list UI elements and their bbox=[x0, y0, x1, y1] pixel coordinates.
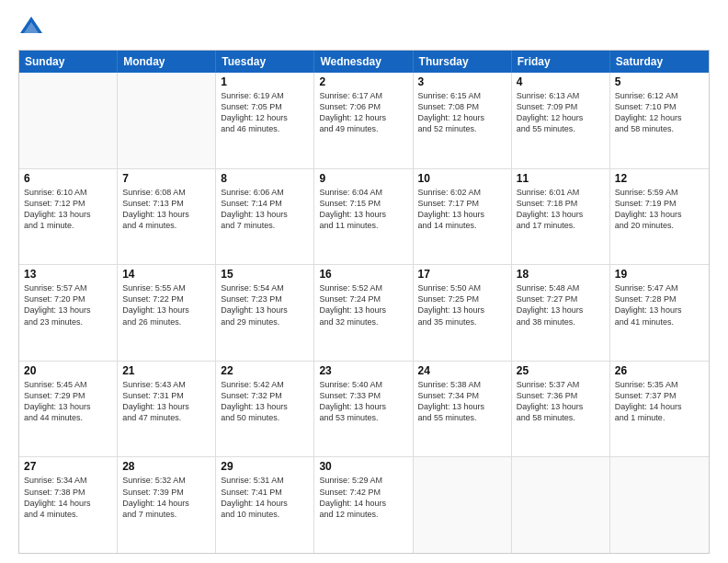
cell-details: Sunrise: 5:48 AM Sunset: 7:27 PM Dayligh… bbox=[517, 282, 605, 327]
cell-details: Sunrise: 6:12 AM Sunset: 7:10 PM Dayligh… bbox=[615, 90, 704, 135]
day-number: 29 bbox=[221, 460, 309, 473]
day-number: 11 bbox=[517, 172, 605, 185]
day-number: 1 bbox=[221, 75, 309, 88]
cell-details: Sunrise: 6:01 AM Sunset: 7:18 PM Dayligh… bbox=[517, 187, 605, 232]
day-number: 13 bbox=[24, 268, 112, 281]
day-number: 26 bbox=[615, 364, 704, 377]
calendar-cell: 1Sunrise: 6:19 AM Sunset: 7:05 PM Daylig… bbox=[216, 73, 314, 168]
calendar-cell: 29Sunrise: 5:31 AM Sunset: 7:41 PM Dayli… bbox=[216, 457, 314, 553]
calendar-cell: 20Sunrise: 5:45 AM Sunset: 7:29 PM Dayli… bbox=[19, 362, 118, 457]
page: SundayMondayTuesdayWednesdayThursdayFrid… bbox=[0, 0, 728, 563]
day-number: 5 bbox=[615, 75, 704, 88]
cell-details: Sunrise: 5:34 AM Sunset: 7:38 PM Dayligh… bbox=[24, 475, 112, 520]
calendar-cell: 11Sunrise: 6:01 AM Sunset: 7:18 PM Dayli… bbox=[512, 169, 610, 265]
cell-details: Sunrise: 6:15 AM Sunset: 7:08 PM Dayligh… bbox=[418, 90, 506, 135]
cell-details: Sunrise: 5:59 AM Sunset: 7:19 PM Dayligh… bbox=[615, 187, 704, 232]
cell-details: Sunrise: 5:43 AM Sunset: 7:31 PM Dayligh… bbox=[122, 379, 210, 424]
calendar-cell: 15Sunrise: 5:54 AM Sunset: 7:23 PM Dayli… bbox=[216, 265, 314, 361]
cell-details: Sunrise: 5:54 AM Sunset: 7:23 PM Dayligh… bbox=[221, 282, 309, 327]
calendar-cell: 4Sunrise: 6:13 AM Sunset: 7:09 PM Daylig… bbox=[512, 73, 610, 168]
logo bbox=[18, 15, 48, 40]
cell-details: Sunrise: 5:42 AM Sunset: 7:32 PM Dayligh… bbox=[221, 379, 309, 424]
calendar-cell: 12Sunrise: 5:59 AM Sunset: 7:19 PM Dayli… bbox=[610, 169, 709, 265]
calendar-cell: 26Sunrise: 5:35 AM Sunset: 7:37 PM Dayli… bbox=[610, 362, 709, 457]
calendar-cell: 9Sunrise: 6:04 AM Sunset: 7:15 PM Daylig… bbox=[314, 169, 413, 265]
calendar-cell: 21Sunrise: 5:43 AM Sunset: 7:31 PM Dayli… bbox=[118, 362, 216, 457]
calendar-cell: 8Sunrise: 6:06 AM Sunset: 7:14 PM Daylig… bbox=[216, 169, 314, 265]
calendar-cell bbox=[512, 457, 610, 553]
day-number: 17 bbox=[418, 268, 506, 281]
calendar-cell: 30Sunrise: 5:29 AM Sunset: 7:42 PM Dayli… bbox=[314, 457, 413, 553]
calendar-row: 1Sunrise: 6:19 AM Sunset: 7:05 PM Daylig… bbox=[19, 73, 709, 169]
day-number: 8 bbox=[221, 172, 309, 185]
day-number: 10 bbox=[418, 172, 506, 185]
cell-details: Sunrise: 5:52 AM Sunset: 7:24 PM Dayligh… bbox=[319, 282, 407, 327]
calendar-cell bbox=[19, 73, 118, 168]
cell-details: Sunrise: 5:45 AM Sunset: 7:29 PM Dayligh… bbox=[24, 379, 112, 424]
cell-details: Sunrise: 6:17 AM Sunset: 7:06 PM Dayligh… bbox=[319, 90, 407, 135]
calendar-cell bbox=[414, 457, 512, 553]
cell-details: Sunrise: 6:13 AM Sunset: 7:09 PM Dayligh… bbox=[517, 90, 605, 135]
day-number: 27 bbox=[24, 460, 112, 473]
cell-details: Sunrise: 5:29 AM Sunset: 7:42 PM Dayligh… bbox=[319, 475, 407, 520]
calendar-cell bbox=[118, 73, 216, 168]
calendar-header-cell: Wednesday bbox=[314, 51, 413, 73]
day-number: 22 bbox=[221, 364, 309, 377]
calendar-row: 27Sunrise: 5:34 AM Sunset: 7:38 PM Dayli… bbox=[19, 457, 709, 553]
day-number: 24 bbox=[418, 364, 506, 377]
calendar-cell: 17Sunrise: 5:50 AM Sunset: 7:25 PM Dayli… bbox=[414, 265, 512, 361]
cell-details: Sunrise: 5:50 AM Sunset: 7:25 PM Dayligh… bbox=[418, 282, 506, 327]
cell-details: Sunrise: 5:57 AM Sunset: 7:20 PM Dayligh… bbox=[24, 282, 112, 327]
calendar-body: 1Sunrise: 6:19 AM Sunset: 7:05 PM Daylig… bbox=[19, 73, 709, 553]
calendar-header: SundayMondayTuesdayWednesdayThursdayFrid… bbox=[19, 51, 709, 73]
day-number: 7 bbox=[122, 172, 210, 185]
calendar-header-cell: Thursday bbox=[414, 51, 512, 73]
calendar-cell: 23Sunrise: 5:40 AM Sunset: 7:33 PM Dayli… bbox=[314, 362, 413, 457]
day-number: 4 bbox=[517, 75, 605, 88]
cell-details: Sunrise: 5:37 AM Sunset: 7:36 PM Dayligh… bbox=[517, 379, 605, 424]
day-number: 14 bbox=[122, 268, 210, 281]
day-number: 19 bbox=[615, 268, 704, 281]
calendar-header-cell: Monday bbox=[118, 51, 216, 73]
cell-details: Sunrise: 6:19 AM Sunset: 7:05 PM Dayligh… bbox=[221, 90, 309, 135]
day-number: 16 bbox=[319, 268, 407, 281]
cell-details: Sunrise: 6:02 AM Sunset: 7:17 PM Dayligh… bbox=[418, 187, 506, 232]
calendar-cell: 19Sunrise: 5:47 AM Sunset: 7:28 PM Dayli… bbox=[610, 265, 709, 361]
day-number: 9 bbox=[319, 172, 407, 185]
calendar-cell: 22Sunrise: 5:42 AM Sunset: 7:32 PM Dayli… bbox=[216, 362, 314, 457]
cell-details: Sunrise: 6:04 AM Sunset: 7:15 PM Dayligh… bbox=[319, 187, 407, 232]
calendar-cell: 6Sunrise: 6:10 AM Sunset: 7:12 PM Daylig… bbox=[19, 169, 118, 265]
calendar-cell: 14Sunrise: 5:55 AM Sunset: 7:22 PM Dayli… bbox=[118, 265, 216, 361]
header bbox=[18, 15, 710, 40]
cell-details: Sunrise: 5:47 AM Sunset: 7:28 PM Dayligh… bbox=[615, 282, 704, 327]
day-number: 2 bbox=[319, 75, 407, 88]
calendar-cell: 27Sunrise: 5:34 AM Sunset: 7:38 PM Dayli… bbox=[19, 457, 118, 553]
calendar-cell: 24Sunrise: 5:38 AM Sunset: 7:34 PM Dayli… bbox=[414, 362, 512, 457]
calendar: SundayMondayTuesdayWednesdayThursdayFrid… bbox=[18, 50, 710, 554]
day-number: 12 bbox=[615, 172, 704, 185]
cell-details: Sunrise: 6:10 AM Sunset: 7:12 PM Dayligh… bbox=[24, 187, 112, 232]
cell-details: Sunrise: 5:38 AM Sunset: 7:34 PM Dayligh… bbox=[418, 379, 506, 424]
day-number: 6 bbox=[24, 172, 112, 185]
calendar-header-cell: Sunday bbox=[19, 51, 118, 73]
calendar-cell: 16Sunrise: 5:52 AM Sunset: 7:24 PM Dayli… bbox=[314, 265, 413, 361]
calendar-header-cell: Saturday bbox=[610, 51, 709, 73]
day-number: 3 bbox=[418, 75, 506, 88]
cell-details: Sunrise: 6:08 AM Sunset: 7:13 PM Dayligh… bbox=[122, 187, 210, 232]
day-number: 21 bbox=[122, 364, 210, 377]
calendar-row: 6Sunrise: 6:10 AM Sunset: 7:12 PM Daylig… bbox=[19, 169, 709, 266]
logo-icon bbox=[18, 15, 44, 40]
cell-details: Sunrise: 5:31 AM Sunset: 7:41 PM Dayligh… bbox=[221, 475, 309, 520]
cell-details: Sunrise: 5:35 AM Sunset: 7:37 PM Dayligh… bbox=[615, 379, 704, 424]
calendar-cell: 2Sunrise: 6:17 AM Sunset: 7:06 PM Daylig… bbox=[314, 73, 413, 168]
day-number: 20 bbox=[24, 364, 112, 377]
calendar-cell: 10Sunrise: 6:02 AM Sunset: 7:17 PM Dayli… bbox=[414, 169, 512, 265]
calendar-cell bbox=[610, 457, 709, 553]
calendar-row: 13Sunrise: 5:57 AM Sunset: 7:20 PM Dayli… bbox=[19, 265, 709, 362]
calendar-cell: 25Sunrise: 5:37 AM Sunset: 7:36 PM Dayli… bbox=[512, 362, 610, 457]
day-number: 30 bbox=[319, 460, 407, 473]
calendar-header-cell: Tuesday bbox=[216, 51, 314, 73]
day-number: 15 bbox=[221, 268, 309, 281]
day-number: 18 bbox=[517, 268, 605, 281]
calendar-cell: 3Sunrise: 6:15 AM Sunset: 7:08 PM Daylig… bbox=[414, 73, 512, 168]
